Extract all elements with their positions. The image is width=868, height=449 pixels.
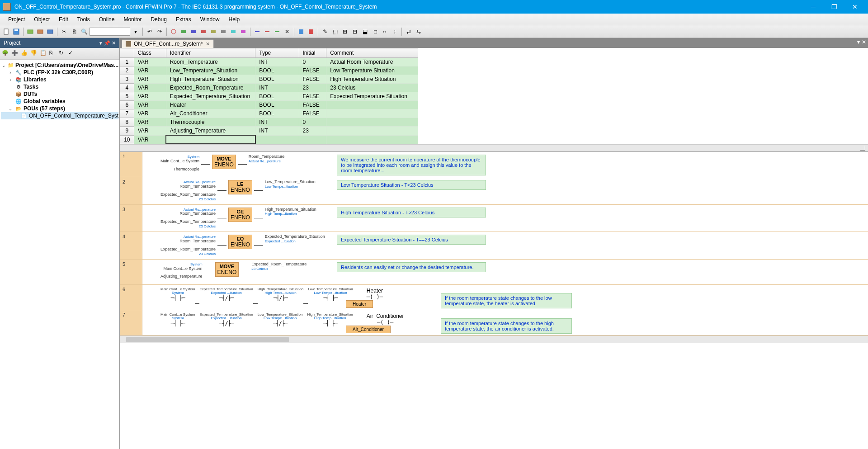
toolbar-icon[interactable]: ⊟ bbox=[350, 27, 359, 36]
tree-libraries[interactable]: › 📚 Libraries bbox=[1, 76, 118, 83]
cell-comment[interactable] bbox=[326, 109, 418, 118]
cell-comment[interactable] bbox=[326, 135, 418, 144]
cell-identifier[interactable]: Expected_Temperature_Situation bbox=[166, 92, 255, 101]
expand-icon[interactable]: › bbox=[7, 70, 14, 75]
col-header-comment[interactable]: Comment bbox=[326, 48, 418, 58]
cell-identifier[interactable]: Thermocouple bbox=[166, 118, 255, 127]
toolbar-icon[interactable]: ↕ bbox=[390, 27, 399, 36]
cell-type[interactable] bbox=[255, 135, 299, 144]
rung-comment[interactable]: If the room temperature state changes to… bbox=[441, 318, 572, 334]
menu-object[interactable]: Object bbox=[29, 14, 54, 24]
tree-plc[interactable]: › 🔧 PLC (FP-X 32k C30R,C60R) bbox=[1, 69, 118, 76]
rung-comment[interactable]: Residents can easily set or change the d… bbox=[337, 262, 486, 272]
cell-initial[interactable]: FALSE bbox=[299, 101, 326, 109]
tree-pou-item[interactable]: 📄 ON_OFF_Control_Temperature_Syst bbox=[1, 112, 118, 119]
cell-class[interactable]: VAR bbox=[134, 101, 166, 109]
menu-help[interactable]: Help bbox=[224, 14, 245, 24]
col-header-type[interactable]: Type bbox=[255, 48, 299, 58]
toolbar-icon[interactable]: ✕ bbox=[283, 27, 292, 36]
toolbar-icon[interactable] bbox=[273, 27, 282, 36]
expand-icon[interactable]: › bbox=[7, 77, 14, 82]
function-block[interactable]: MOVE ENENO bbox=[215, 262, 239, 277]
cell-identifier[interactable]: Expected_Room_Temperature bbox=[166, 84, 255, 92]
contact[interactable]: Low_Temperature_Situation Low Tempe...it… bbox=[258, 313, 303, 326]
ladder-rung[interactable]: 1 SystemMain Cont...e System Thermocoupl… bbox=[120, 152, 868, 177]
cell-class[interactable]: VAR bbox=[134, 109, 166, 118]
menu-online[interactable]: Online bbox=[94, 14, 119, 24]
cell-class[interactable]: VAR bbox=[134, 66, 166, 75]
save-icon[interactable] bbox=[12, 27, 21, 36]
cell-identifier[interactable] bbox=[166, 135, 255, 144]
expand-icon[interactable]: ➕ bbox=[11, 50, 19, 58]
row-number[interactable]: 6 bbox=[120, 101, 134, 109]
cell-identifier[interactable]: Heater bbox=[166, 101, 255, 109]
toolbar-icon[interactable] bbox=[46, 27, 55, 36]
toolbar-icon[interactable] bbox=[189, 27, 198, 36]
var-row[interactable]: 2 VAR Low_Temperature_Situation BOOL FAL… bbox=[120, 66, 418, 75]
toolbar-icon[interactable]: ⇄ bbox=[404, 27, 413, 36]
tab-close-all-icon[interactable]: ✕ bbox=[862, 39, 866, 45]
col-header-identifier[interactable]: Identifier bbox=[166, 48, 255, 58]
cell-type[interactable]: INT bbox=[255, 58, 299, 66]
toolbar-icon[interactable] bbox=[179, 27, 188, 36]
find-icon[interactable]: 🔍 bbox=[80, 27, 89, 36]
var-row[interactable]: 4 VAR Expected_Room_Temperature INT 23 2… bbox=[120, 84, 418, 92]
row-number[interactable]: 5 bbox=[120, 92, 134, 101]
cell-initial[interactable] bbox=[299, 135, 326, 144]
toolbar-icon[interactable] bbox=[199, 27, 208, 36]
cell-comment[interactable] bbox=[326, 127, 418, 136]
contact[interactable]: High_Temperature_Situation High Temp...i… bbox=[258, 288, 303, 301]
contact[interactable]: Main Cont...e System System ─┤ ├─ bbox=[160, 313, 195, 326]
row-number[interactable]: 4 bbox=[120, 84, 134, 92]
toolbar-icon[interactable] bbox=[253, 27, 262, 36]
toolbar-icon[interactable]: ⎘ bbox=[49, 50, 57, 58]
row-number[interactable]: 2 bbox=[120, 66, 134, 75]
tree-icon[interactable]: 🌳 bbox=[2, 50, 10, 58]
cell-initial[interactable]: 23 bbox=[299, 84, 326, 92]
toolbar-icon[interactable]: 📋 bbox=[40, 50, 48, 58]
toolbar-icon[interactable]: ⬚ bbox=[330, 27, 340, 36]
cell-identifier[interactable]: Room_Temperature bbox=[166, 58, 255, 66]
ladder-area[interactable]: 1 SystemMain Cont...e System Thermocoupl… bbox=[120, 152, 868, 449]
ladder-rung[interactable]: 2 Actual Ro...peratureRoom_Temperature E… bbox=[120, 177, 868, 205]
ladder-rung[interactable]: 3 Actual Ro...peratureRoom_Temperature E… bbox=[120, 205, 868, 232]
menu-extras[interactable]: Extras bbox=[171, 14, 196, 24]
cell-type[interactable]: BOOL bbox=[255, 75, 299, 84]
row-number[interactable]: 3 bbox=[120, 75, 134, 84]
cell-initial[interactable]: 0 bbox=[299, 58, 326, 66]
var-row[interactable]: 7 VAR Air_Conditioner BOOL FALSE bbox=[120, 109, 418, 118]
maximize-button[interactable]: ❐ bbox=[824, 0, 844, 14]
cell-class[interactable]: VAR bbox=[134, 127, 166, 136]
cell-class[interactable]: VAR bbox=[134, 75, 166, 84]
cell-identifier[interactable]: Low_Temperature_Situation bbox=[166, 66, 255, 75]
sidebar-pin-icon[interactable]: 📌 bbox=[104, 40, 110, 46]
search-input[interactable] bbox=[90, 28, 130, 36]
cell-initial[interactable]: 23 bbox=[299, 127, 326, 136]
cell-initial[interactable]: FALSE bbox=[299, 109, 326, 118]
row-number[interactable]: 8 bbox=[120, 118, 134, 127]
var-row[interactable]: 8 VAR Thermocouple INT 0 bbox=[120, 118, 418, 127]
col-header[interactable] bbox=[120, 48, 134, 58]
menu-window[interactable]: Window bbox=[196, 14, 224, 24]
rung-comment[interactable]: Low Temperature Situation - T<23 Celcius bbox=[337, 180, 486, 190]
toolbar-icon[interactable]: ↔ bbox=[380, 27, 389, 36]
cell-type[interactable]: INT bbox=[255, 127, 299, 136]
row-number[interactable]: 7 bbox=[120, 109, 134, 118]
toolbar-icon[interactable] bbox=[297, 27, 306, 36]
cell-type[interactable]: BOOL bbox=[255, 101, 299, 109]
tree-globals[interactable]: 🌐 Global variables bbox=[1, 98, 118, 105]
cell-comment[interactable]: Low Temperature Situation bbox=[326, 66, 418, 75]
toolbar-icon[interactable] bbox=[307, 27, 316, 36]
col-header-class[interactable]: Class bbox=[134, 48, 166, 58]
toolbar-icon[interactable] bbox=[229, 27, 238, 36]
toolbar-icon[interactable] bbox=[209, 27, 218, 36]
cell-class[interactable]: VAR bbox=[134, 84, 166, 92]
cell-identifier[interactable]: High_Temperature_Situation bbox=[166, 75, 255, 84]
menu-project[interactable]: Project bbox=[4, 14, 29, 24]
cell-comment[interactable]: Actual Room Temperature bbox=[326, 58, 418, 66]
tab-dropdown-icon[interactable]: ▾ bbox=[857, 39, 860, 45]
dropdown-icon[interactable]: ▾ bbox=[131, 27, 140, 36]
ladder-rung[interactable]: 5 SystemMain Cont...e System Adjusting_T… bbox=[120, 260, 868, 285]
contact[interactable]: Expected_Temperature_Situation Expected … bbox=[199, 288, 253, 301]
cut-icon[interactable]: ✂ bbox=[60, 27, 69, 36]
